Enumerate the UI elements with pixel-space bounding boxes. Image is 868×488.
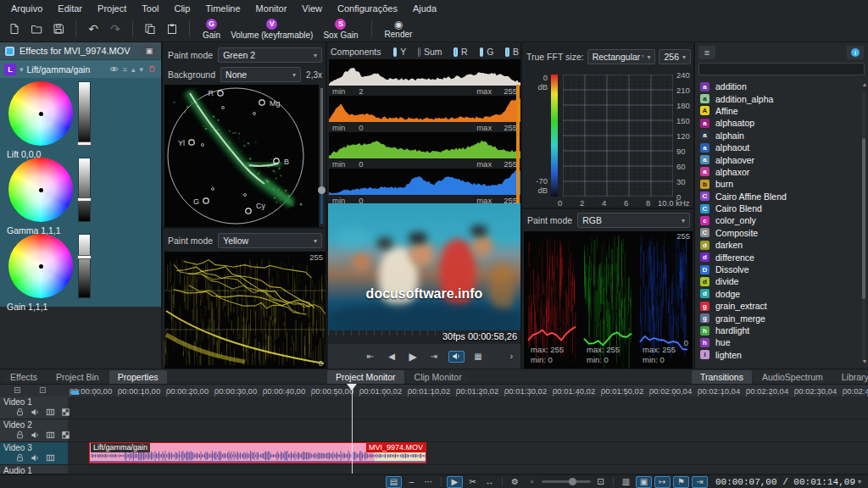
menu-ajuda[interactable]: Ajuda xyxy=(405,2,444,15)
composition-item-dodge[interactable]: ddodge xyxy=(695,288,861,300)
lock-icon[interactable] xyxy=(15,408,25,417)
menu-project[interactable]: Project xyxy=(90,2,134,15)
composition-item-darken[interactable]: ddarken xyxy=(695,239,861,251)
toolbar-effect-volume-keyframable-[interactable]: VVolume (keyframable) xyxy=(225,16,318,42)
composition-item-lighten[interactable]: llighten xyxy=(695,349,861,361)
scroll-up-icon[interactable]: ▴ xyxy=(863,80,866,88)
component-checkbox-g[interactable] xyxy=(480,47,484,57)
composition-item-addition-alpha[interactable]: aaddition_alpha xyxy=(695,92,861,104)
tab-clip-monitor[interactable]: Clip Monitor xyxy=(406,370,470,385)
use-timeline-zone-icon[interactable]: ▤ xyxy=(386,476,402,488)
monitor-config-icon[interactable]: ▦ xyxy=(471,351,486,362)
video-thumbnails-icon[interactable]: ▣ xyxy=(636,476,652,488)
render-button[interactable]: ◉ Render xyxy=(380,16,418,42)
select-tool-icon[interactable]: ▶ xyxy=(447,476,463,488)
luma-slider-2[interactable] xyxy=(78,234,91,298)
timeline-settings-icon[interactable]: ⚙ xyxy=(508,476,522,487)
film-icon[interactable] xyxy=(46,408,55,417)
track-config-icon[interactable]: ⊟ xyxy=(14,385,20,395)
film-icon[interactable] xyxy=(46,430,55,440)
enable-effects-checkbox[interactable] xyxy=(5,47,14,56)
composition-item-cairo-affine-blend[interactable]: CCairo Affine Blend xyxy=(695,191,861,202)
composition-item-composite[interactable]: CComposite xyxy=(695,227,861,239)
wf-paint-mode-select[interactable]: Yellow▾ xyxy=(218,233,322,248)
menu-view[interactable]: View xyxy=(294,2,330,15)
menu-editar[interactable]: Editar xyxy=(50,2,90,15)
spacer-tool-icon[interactable]: ↔ xyxy=(482,476,497,487)
color-wheel-1[interactable] xyxy=(8,158,73,222)
frame-backward-icon[interactable]: ◀ xyxy=(385,351,399,362)
composition-item-affine[interactable]: AAffine xyxy=(695,105,861,117)
composition-item-alphaover[interactable]: aalphaover xyxy=(695,153,861,165)
histogram-scrollbar[interactable] xyxy=(516,85,520,203)
track-lane-video-1[interactable] xyxy=(68,396,868,419)
color-wheel-0[interactable] xyxy=(8,81,73,146)
fit-zoom-icon[interactable]: ▫ xyxy=(525,476,539,487)
video-frame[interactable]: docusoftware.info xyxy=(328,203,520,330)
component-checkbox-y[interactable] xyxy=(393,47,398,57)
tab-library[interactable]: Library xyxy=(833,370,868,385)
composition-item-alphaatop[interactable]: aalphaatop xyxy=(695,117,861,129)
timecode-chevron-icon[interactable]: ▾ xyxy=(858,478,861,485)
composition-item-cairo-blend[interactable]: CCairo Blend xyxy=(695,202,861,214)
composition-item-addition[interactable]: aaddition xyxy=(695,80,861,92)
panel-options-icon[interactable]: ▣ xyxy=(142,45,156,57)
fft-window-select[interactable]: Rectangular window▾ xyxy=(587,49,656,64)
speaker-icon[interactable] xyxy=(31,430,40,440)
tab-project-bin[interactable]: Project Bin xyxy=(47,370,108,385)
scroll-down-icon[interactable]: ▾ xyxy=(863,358,866,365)
fft-size-select[interactable]: 256▾ xyxy=(659,49,691,64)
zoom-fit-icon[interactable]: ⊡ xyxy=(593,476,608,487)
tab-audiospectrum[interactable]: AudioSpectrum xyxy=(754,370,832,385)
checker-icon[interactable] xyxy=(61,408,70,417)
menu-monitor[interactable]: Monitor xyxy=(248,2,295,15)
composition-item-hardlight[interactable]: hhardlight xyxy=(695,324,861,336)
composition-item-alphain[interactable]: aalphain xyxy=(695,130,861,141)
playhead-handle[interactable] xyxy=(347,384,357,391)
speaker-icon[interactable] xyxy=(31,408,40,417)
lock-icon[interactable] xyxy=(15,430,25,440)
info-icon[interactable]: i xyxy=(847,46,864,59)
composition-item-grain-merge[interactable]: ggrain_merge xyxy=(695,312,861,324)
search-input[interactable] xyxy=(698,63,865,75)
play-icon[interactable]: ▶ xyxy=(406,351,420,362)
vs-slider-handle[interactable] xyxy=(318,186,326,194)
timeline-zoom-slider[interactable] xyxy=(542,480,591,483)
composition-item-difference[interactable]: ddifference xyxy=(695,251,861,263)
parade-paint-mode-select[interactable]: RGB▾ xyxy=(577,213,690,228)
menu-clip[interactable]: Clip xyxy=(166,2,198,15)
track-lane-video-2[interactable] xyxy=(68,419,868,442)
mixed-audio-icon[interactable]: ⋯ xyxy=(421,476,436,487)
component-checkbox-sum[interactable] xyxy=(418,47,420,57)
composition-item-hue[interactable]: hhue xyxy=(695,336,861,348)
open-file-icon[interactable] xyxy=(27,19,46,38)
color-wheel-2[interactable] xyxy=(8,234,73,298)
menu-tool[interactable]: Tool xyxy=(134,2,166,15)
timeline-ruler[interactable]: ⊟ ⊡ 00:00:00,0000:00:10,0000:00:20,0000:… xyxy=(0,384,868,396)
composition-item-dissolve[interactable]: DDissolve xyxy=(695,263,861,275)
tab-project-monitor[interactable]: Project Monitor xyxy=(327,370,404,385)
timeline-clip[interactable]: Lift/gamma/gain MVI_9974.MOV xyxy=(89,442,426,463)
new-file-icon[interactable] xyxy=(5,19,24,38)
track-header-video-2[interactable]: Video 2 xyxy=(0,419,68,442)
timeline-zone-marker[interactable] xyxy=(71,391,79,395)
composition-item-color-only[interactable]: ccolor_only xyxy=(695,214,861,226)
redo-icon[interactable]: ↷ xyxy=(106,19,125,38)
collapse-chevron-icon[interactable]: ▾ xyxy=(19,65,24,74)
checker-icon[interactable] xyxy=(61,430,70,440)
menu-timeline[interactable]: Timeline xyxy=(198,2,248,15)
composition-item-alphaout[interactable]: aalphaout xyxy=(695,141,861,153)
toolbar-effect-gain[interactable]: GGain xyxy=(198,16,225,42)
luma-slider-1[interactable] xyxy=(78,158,91,222)
component-checkbox-r[interactable] xyxy=(453,47,458,57)
effect-menu-icon[interactable]: ≡ xyxy=(123,65,127,74)
move-up-icon[interactable]: ▴ xyxy=(131,65,136,74)
copy-icon[interactable] xyxy=(141,19,159,38)
playhead-line[interactable] xyxy=(352,384,353,474)
component-checkbox-b[interactable] xyxy=(505,47,509,57)
effect-visible-icon[interactable] xyxy=(109,64,119,74)
track-header-video-3[interactable]: Video 3 xyxy=(0,442,68,465)
delete-effect-icon[interactable] xyxy=(147,64,157,74)
luma-slider-0[interactable] xyxy=(78,81,91,146)
save-zone-icon[interactable]: ▥ xyxy=(619,476,633,487)
